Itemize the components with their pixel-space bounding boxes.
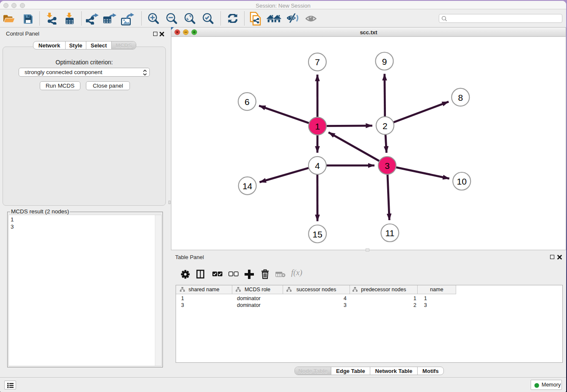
svg-text:9: 9 xyxy=(382,57,387,66)
svg-text:1: 1 xyxy=(315,121,320,131)
svg-text:2: 2 xyxy=(383,121,388,131)
svg-text:8: 8 xyxy=(458,93,463,102)
svg-text:4: 4 xyxy=(315,161,320,171)
svg-text:3: 3 xyxy=(385,161,390,171)
svg-text:6: 6 xyxy=(245,97,250,107)
svg-text:10: 10 xyxy=(457,177,467,186)
svg-text:7: 7 xyxy=(315,57,320,67)
svg-text:15: 15 xyxy=(313,229,322,239)
svg-text:14: 14 xyxy=(242,181,253,191)
svg-text:11: 11 xyxy=(385,228,394,238)
